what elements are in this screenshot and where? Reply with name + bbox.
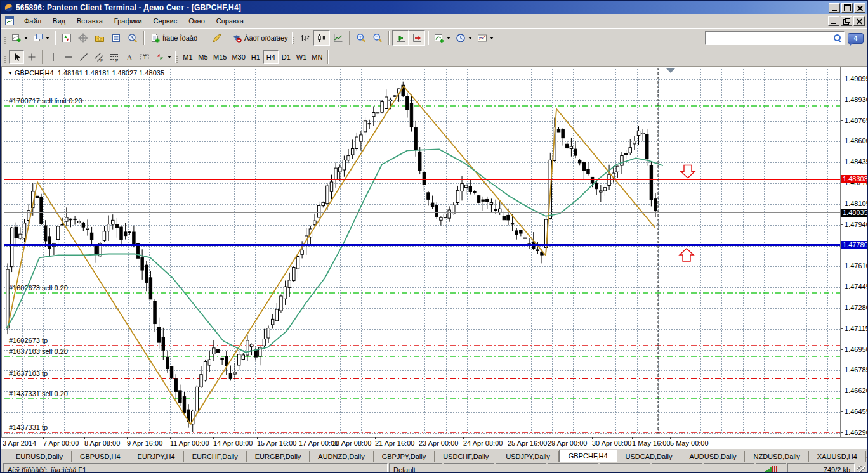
search-input[interactable] [706,33,833,43]
timeframe-h4-button[interactable]: H4 [263,50,279,64]
dropdown-arrow-icon[interactable] [24,37,28,39]
title-bar[interactable]: 565896: Panteon Client Terminal - Демо С… [1,1,867,14]
child-close-button[interactable] [853,16,865,26]
chart-tab-eurusd-daily[interactable]: EURUSD,Daily [8,451,72,462]
chart-tab-xauusd-h4[interactable]: XAUUSD,H4 [809,451,866,462]
chart-tab-gbpusd-h4[interactable]: GBPUSD,H4 [72,451,129,462]
candle-body [19,234,22,238]
child-restore-button[interactable] [841,16,852,26]
chart-shift-button[interactable] [409,30,425,46]
bar-chart-button[interactable] [297,30,313,46]
zoom-in-button[interactable] [353,30,369,46]
chart-tab-eurchf-daily[interactable]: EURCHF,Daily [184,451,247,462]
resize-grip[interactable] [857,466,865,473]
chart-tab-gbpchf-h4[interactable]: GBPCHF,H4 [559,450,617,462]
text-label-button[interactable]: T [137,50,152,64]
chart-tab-usdchf-daily[interactable]: USDCHF,Daily [435,451,497,462]
new-order-button[interactable]: Íîâûé Îðäåð [147,30,200,46]
timeframe-d1-button[interactable]: D1 [279,50,294,64]
status-profile[interactable]: Default [389,463,442,473]
toolbar-grip[interactable] [292,32,294,44]
favorites-button[interactable] [91,30,108,46]
cursor-button[interactable] [9,50,24,64]
line-chart-button[interactable] [330,30,346,46]
search-icon[interactable] [833,34,842,42]
maximize-button[interactable] [841,3,853,13]
candle-body [490,203,492,205]
chart-tab-eurgbp-daily[interactable]: EURGBP,Daily [247,451,310,462]
shift-marker-icon[interactable] [666,68,675,73]
chart-panel[interactable]: #1700717 sell limit 0.20#1602673 sell 0.… [1,67,867,448]
chart-tab-usdjpy-daily[interactable]: USDJPY,Daily [497,451,559,462]
text-button[interactable]: A [122,50,137,64]
menu-charts[interactable]: Графики [109,15,148,27]
timeframe-h1-button[interactable]: H1 [248,50,263,64]
fibonacci-button[interactable]: F [107,50,122,64]
child-minimize-button[interactable] [828,16,839,26]
new-chart-button[interactable] [9,30,30,46]
equidistant-channel-button[interactable]: E [91,50,107,64]
crosshair-target-button[interactable] [75,30,91,46]
chart-tab-audusd-daily[interactable]: AUDUSD,Daily [681,451,746,462]
profiles-button[interactable] [30,30,52,46]
toolbar-grip[interactable] [4,32,6,44]
trendline-button[interactable] [76,50,91,64]
minimize-button[interactable] [829,3,840,13]
zigzag-line[interactable] [8,86,655,424]
periods-button[interactable] [453,30,475,46]
timeframe-mn-button[interactable]: MN [309,50,325,64]
chart-plot[interactable]: #1700717 sell limit 0.20#1602673 sell 0.… [1,67,840,437]
menu-file[interactable]: Файл [18,15,47,27]
templates-button[interactable] [475,30,496,46]
autotrading-button[interactable]: Àâòî-òîðãîâëÿ [229,30,291,46]
auto-scroll-button[interactable] [392,30,409,46]
toolbar-grip[interactable] [4,51,6,63]
timeframe-w1-button[interactable]: W1 [294,50,310,64]
sell-arrow-icon[interactable] [681,165,695,178]
price-axis[interactable]: 1.490951.489301.487651.486001.484351.482… [840,67,867,437]
symbol-collapse-icon[interactable]: ▼ [8,70,13,76]
zoom-out-button[interactable] [369,30,386,46]
tick-chart-button[interactable] [58,30,75,46]
timeframe-m30-button[interactable]: M30 [229,50,247,64]
chart-tab-eurjpy-h4[interactable]: EURJPY,H4 [129,451,184,462]
close-button[interactable] [854,3,865,13]
menu-insert[interactable]: Вставка [71,15,109,27]
chart-symbol-header[interactable]: ▼GBPCHF,H4 1.48161 1.48181 1.48027 1.480… [8,69,164,77]
crosshair-button[interactable] [24,50,39,64]
timeframe-m15-button[interactable]: M15 [211,50,229,64]
menu-window[interactable]: Окно [183,15,211,27]
candle-chart-button[interactable] [313,30,330,46]
candle-body [473,191,476,192]
candle-body [385,97,388,108]
menu-help[interactable]: Справка [211,15,249,27]
dropdown-arrow-icon[interactable] [490,37,494,39]
menu-view[interactable]: Вид [47,15,71,27]
menu-service[interactable]: Сервис [148,15,183,27]
dropdown-arrow-icon[interactable] [468,37,472,39]
horizontal-line-button[interactable] [61,50,76,64]
drawing-toolbar: EFAT M1M5M15M30H1H4D1W1MN [1,48,867,67]
arrows-button[interactable] [152,50,174,64]
toolbar-grip[interactable] [175,51,178,63]
chart-tab-usdcad-daily[interactable]: USDCAD,Daily [617,451,681,462]
candle-body [200,375,202,387]
notifications-badge[interactable]: 4 [848,33,864,44]
indicators-button[interactable] [431,30,453,46]
timeframe-m1-button[interactable]: M1 [180,50,195,64]
history-center-button[interactable] [124,30,141,46]
chart-tab-audnzd-daily[interactable]: AUDNZD,Daily [310,451,373,462]
dropdown-arrow-icon[interactable] [46,37,49,39]
date-tick: 29 Apr 00:00 [548,439,587,447]
data-window-button[interactable] [108,30,124,46]
buy-arrow-icon[interactable] [680,249,694,261]
date-axis[interactable]: 3 Apr 20147 Apr 00:008 Apr 08:009 Apr 16… [1,437,867,448]
chart-tab-nzdusd-daily[interactable]: NZDUSD,Daily [745,451,808,462]
dropdown-arrow-icon[interactable] [447,37,450,39]
chart-tab-gbpjpy-daily[interactable]: GBPJPY,Daily [374,451,435,462]
timeframe-m5-button[interactable]: M5 [195,50,211,64]
search-box[interactable] [705,31,845,45]
metaeditor-button[interactable] [209,30,225,46]
vertical-line-button[interactable] [46,50,61,64]
dropdown-arrow-icon[interactable] [168,56,171,58]
